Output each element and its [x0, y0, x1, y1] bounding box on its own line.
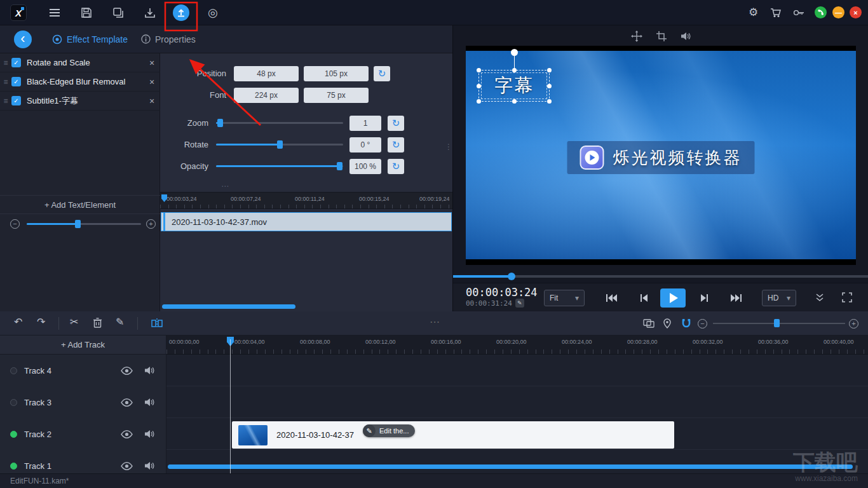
resize-handle[interactable] — [547, 99, 552, 104]
timeline-zoom-slider[interactable] — [713, 323, 845, 324]
preview-frames-button[interactable] — [643, 319, 654, 328]
export-button[interactable] — [173, 4, 189, 21]
properties-vscrollbar[interactable]: ⋮ — [445, 142, 452, 151]
timeline-zoom-in-button[interactable]: + — [849, 319, 858, 329]
timeline-clip[interactable]: 2020-11-03-10-42-37 ✎ Edit the... — [232, 421, 674, 449]
layer-close-icon[interactable]: × — [144, 58, 160, 68]
zoom-in-button[interactable]: + — [146, 219, 156, 229]
contact-button[interactable] — [815, 6, 827, 18]
minimize-button[interactable]: — — [832, 6, 844, 18]
add-text-element-button[interactable]: + Add Text/Element — [0, 195, 160, 214]
opacity-reset-button[interactable]: ↻ — [388, 159, 404, 174]
layers-zoom-slider[interactable] — [27, 223, 141, 225]
mini-scrollbar-dots[interactable]: ⋯ — [221, 182, 229, 191]
rotate-slider[interactable] — [216, 144, 343, 146]
play-button[interactable] — [660, 288, 686, 308]
move-tool-button[interactable] — [631, 30, 642, 42]
layer-close-icon[interactable]: × — [144, 96, 160, 106]
track-mute-button[interactable] — [144, 398, 154, 407]
track-state-dot[interactable] — [10, 463, 17, 470]
timeline-zoom-handle[interactable] — [774, 319, 780, 327]
position-reset-button[interactable]: ↻ — [374, 66, 390, 81]
zoom-handle[interactable] — [217, 119, 223, 127]
crop-tool-button[interactable] — [656, 31, 667, 41]
layer-checkbox[interactable]: ✓ — [11, 96, 21, 105]
drag-handle-icon[interactable]: ≡ — [0, 78, 11, 86]
track-state-dot[interactable] — [10, 431, 17, 438]
tab-effect-template[interactable]: Effect Template — [52, 25, 128, 53]
track-visibility-button[interactable] — [121, 367, 133, 375]
resize-handle[interactable] — [512, 99, 517, 104]
layer-item[interactable]: ≡ ✓ Subtitle1-字幕 × — [0, 92, 160, 111]
snap-button[interactable] — [681, 318, 691, 329]
track-visibility-button[interactable] — [121, 430, 133, 438]
fullscreen-button[interactable] — [842, 292, 852, 302]
toolbar-overflow[interactable]: ⋯ — [430, 317, 440, 327]
track-header[interactable]: Track 4 — [0, 355, 166, 386]
rotate-value-input[interactable]: 0 ° — [349, 137, 381, 152]
track-visibility-button[interactable] — [121, 398, 133, 407]
opacity-handle[interactable] — [337, 162, 342, 170]
font-width-input[interactable]: 224 px — [234, 88, 299, 103]
zoom-value-input[interactable]: 1 — [349, 116, 381, 131]
position-y-input[interactable]: 105 px — [304, 66, 369, 81]
skip-start-button[interactable] — [606, 294, 618, 302]
import-button[interactable] — [144, 7, 156, 18]
layer-checkbox[interactable]: ✓ — [11, 77, 21, 86]
marker-button[interactable] — [663, 318, 671, 329]
edit-time-button[interactable]: ✎ — [515, 299, 524, 308]
effect-hscrollbar[interactable] — [162, 304, 295, 309]
next-frame-button[interactable] — [700, 294, 710, 302]
opacity-value-input[interactable]: 100 % — [349, 159, 381, 174]
track1-clip-bar[interactable] — [168, 464, 853, 469]
preview-progress-bar[interactable] — [453, 275, 868, 278]
audio-tool-button[interactable] — [681, 32, 691, 41]
resize-handle[interactable] — [477, 99, 481, 104]
font-height-input[interactable]: 75 px — [304, 88, 369, 103]
track-row[interactable]: Track 4 — [0, 355, 868, 386]
redo-button[interactable]: ↷ — [37, 317, 45, 327]
undo-button[interactable]: ↶ — [14, 317, 22, 327]
timeline-ruler[interactable]: 00:00:00,00 00:00:04,00 00:00:08,00 00:0… — [166, 336, 868, 355]
save-button[interactable] — [81, 7, 92, 18]
subtitle-selection[interactable]: 字幕 — [478, 70, 550, 102]
track-mute-button[interactable] — [144, 366, 154, 375]
prev-frame-button[interactable] — [639, 294, 649, 302]
track-mute-button[interactable] — [144, 430, 154, 438]
record-button[interactable]: ◎ — [208, 7, 218, 18]
resize-handle[interactable] — [477, 84, 481, 88]
menu-button[interactable] — [50, 9, 60, 10]
split-tool-button[interactable] — [151, 318, 163, 329]
resize-handle[interactable] — [512, 68, 517, 72]
layers-zoom-handle[interactable] — [75, 220, 81, 228]
track-visibility-button[interactable] — [121, 462, 133, 470]
close-button[interactable]: × — [850, 6, 862, 18]
skip-end-button[interactable] — [730, 294, 742, 302]
layer-item[interactable]: ≡ ✓ Black-Edged Blur Removal × — [0, 72, 160, 92]
subtitle-text[interactable]: 字幕 — [481, 72, 547, 99]
layer-item[interactable]: ≡ ✓ Rotate and Scale × — [0, 53, 160, 72]
rotate-reset-button[interactable]: ↻ — [388, 137, 404, 152]
delete-button[interactable] — [93, 318, 102, 328]
layer-checkbox[interactable]: ✓ — [11, 58, 21, 67]
back-button[interactable]: ‹ — [14, 30, 32, 48]
resize-handle[interactable] — [547, 84, 552, 88]
collapse-button[interactable] — [815, 293, 824, 302]
track-mute-button[interactable] — [144, 461, 154, 470]
position-x-input[interactable]: 48 px — [234, 66, 299, 81]
track-state-dot[interactable] — [10, 367, 17, 374]
duplicate-button[interactable] — [112, 7, 124, 18]
license-button[interactable] — [793, 10, 804, 16]
add-track-button[interactable]: + Add Track — [0, 336, 166, 355]
resize-handle[interactable] — [547, 68, 552, 72]
clip-edit-button[interactable]: ✎ Edit the... — [363, 424, 415, 437]
effect-timeline-ruler[interactable]: 00:00:03,24 00:00:07,24 00:00:11,24 00:0… — [160, 192, 452, 209]
drag-handle-icon[interactable]: ≡ — [0, 97, 11, 105]
rotate-handle[interactable] — [277, 140, 283, 149]
layer-close-icon[interactable]: × — [144, 77, 160, 87]
effect-clip[interactable]: 2020-11-03-10-42-37.mov — [161, 212, 452, 231]
zoom-slider[interactable] — [216, 122, 343, 124]
timeline-zoom-out-button[interactable]: − — [698, 319, 707, 329]
track-row[interactable]: Track 3 — [0, 386, 868, 418]
track-state-dot[interactable] — [10, 399, 17, 406]
